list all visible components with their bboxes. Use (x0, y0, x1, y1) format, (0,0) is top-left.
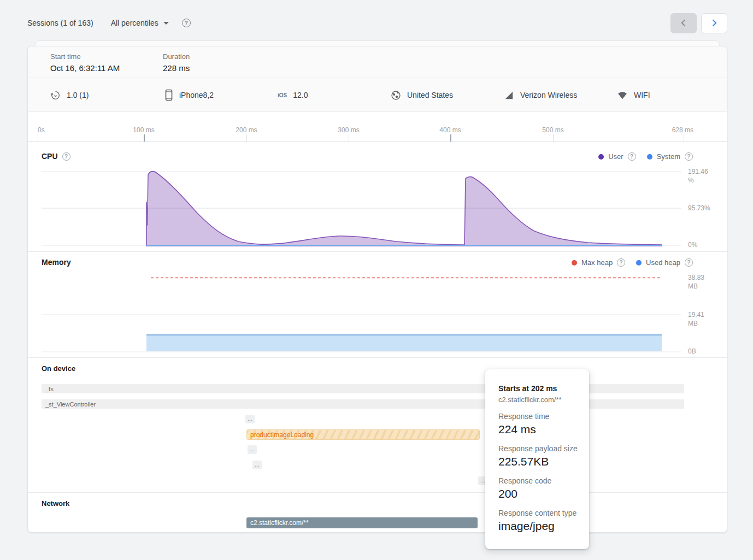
used-heap-legend-dot-icon (636, 260, 642, 266)
timeline-ruler[interactable]: 0s 100 ms 200 ms 300 ms 400 ms 500 ms 62… (28, 112, 727, 142)
trace-fs-label: _fs (45, 386, 54, 392)
content-type-label: Response content type (498, 509, 580, 517)
country-value: United States (407, 91, 453, 99)
response-time-value: 224 ms (498, 423, 580, 436)
start-time-field: Start time Oct 16, 6:32:11 AM (50, 52, 120, 73)
session-summary-header: Start time Oct 16, 6:32:11 AM Duration 2… (28, 46, 727, 78)
tooltip-url: c2.staticflickr.com/** (498, 396, 580, 404)
on-device-section-title: On device (42, 364, 75, 373)
memory-chart[interactable] (42, 276, 681, 353)
memory-legend-usedheap: Used heap ? (636, 258, 693, 267)
timeline-tick (349, 134, 349, 142)
response-code-value: 200 (498, 487, 580, 500)
start-time-value: Oct 16, 6:32:11 AM (50, 63, 120, 73)
timeline-tick (246, 134, 247, 142)
radio-value: WIFI (634, 91, 650, 99)
memory-title-text: Memory (42, 258, 71, 267)
used-heap-help-icon[interactable]: ? (685, 258, 693, 267)
cpu-section-title: CPU ? (42, 152, 70, 161)
timeline-tick (144, 134, 145, 142)
app-version-icon: v (50, 90, 61, 101)
device-model-value: iPhone8,2 (179, 91, 214, 99)
next-session-button[interactable] (701, 13, 727, 33)
svg-text:v: v (54, 93, 57, 98)
chevron-down-icon (163, 22, 169, 25)
cpu-legend: User ? System ? (593, 152, 693, 161)
memory-axis-zero: 0B (688, 347, 715, 356)
used-heap-legend-label: Used heap (646, 258, 680, 267)
system-legend-label: System (657, 152, 680, 161)
timeline-tick (553, 134, 554, 142)
chevron-left-icon (678, 17, 690, 29)
cpu-user-area (146, 172, 662, 246)
system-legend-dot-icon (647, 154, 652, 160)
duration-field: Duration 228 ms (163, 52, 190, 73)
section-divider (28, 251, 727, 252)
duration-label: Duration (163, 52, 190, 61)
payload-size-value: 225.57KB (498, 455, 580, 468)
cpu-chart[interactable] (42, 170, 681, 246)
memory-used-heap-area (146, 335, 662, 351)
session-toolbar: Sessions (1 of 163) All percentiles ? (27, 12, 727, 34)
signal-icon (504, 90, 514, 101)
timeline-tick-label: 628 ms (672, 126, 693, 134)
cpu-help-icon[interactable]: ? (62, 152, 70, 161)
collapsed-traces-chip[interactable]: ... (252, 461, 262, 469)
user-legend-dot-icon (598, 154, 604, 160)
tooltip-response-code: Response code 200 (498, 476, 580, 500)
device-model-item: iPhone8,2 (164, 78, 214, 112)
section-divider (28, 357, 727, 358)
app-version-item: v 1.0 (1) (50, 78, 89, 112)
cpu-axis-zero: 0% (688, 241, 715, 250)
cpu-title-text: CPU (42, 152, 58, 161)
cpu-axis-mid: 95.73% (688, 204, 715, 213)
tooltip-response-time: Response time 224 ms (498, 412, 580, 436)
timeline-tick (450, 134, 451, 142)
network-request-bar[interactable]: c2.staticflickr.com/** (246, 517, 478, 528)
percentile-dropdown[interactable]: All percentiles (111, 19, 169, 27)
memory-axis-mid: 19.41 MB (688, 311, 715, 328)
memory-legend-maxheap: Max heap ? (572, 258, 625, 267)
memory-section-title: Memory (42, 258, 71, 267)
device-attributes-row: v 1.0 (1) iPhone8,2 iOS 12.0 United Stat… (28, 78, 727, 112)
tooltip-start-time: Starts at 202 ms (498, 384, 580, 393)
timeline-tick (684, 134, 684, 142)
help-icon[interactable]: ? (182, 19, 191, 27)
ios-icon: iOS (278, 92, 287, 98)
timeline-tick-label: 200 ms (236, 126, 257, 134)
response-time-label: Response time (498, 412, 580, 421)
payload-size-label: Response payload size (498, 444, 580, 453)
percentile-dropdown-value: All percentiles (111, 19, 158, 27)
system-help-icon[interactable]: ? (685, 152, 693, 161)
os-version-value: 12.0 (293, 91, 308, 99)
response-code-label: Response code (498, 476, 580, 485)
chevron-right-icon (708, 17, 720, 29)
user-help-icon[interactable]: ? (628, 152, 636, 161)
collapsed-traces-chip[interactable]: ... (248, 445, 257, 454)
user-legend-label: User (608, 152, 623, 161)
max-heap-help-icon[interactable]: ? (617, 258, 625, 267)
wifi-icon (617, 90, 628, 101)
cpu-legend-system: System ? (647, 152, 693, 161)
product-image-loading-label: productImageLoading (250, 431, 314, 439)
timeline-tick-label: 0s (38, 126, 45, 134)
timeline-tick-label: 100 ms (133, 126, 154, 134)
memory-axis-max: 38.83 MB (688, 274, 715, 291)
trace-bar-product-image-loading[interactable]: productImageLoading (246, 429, 480, 440)
cpu-legend-user: User ? (598, 152, 636, 161)
smartphone-icon (164, 89, 173, 101)
section-divider (28, 492, 727, 493)
session-detail-card: Start time Oct 16, 6:32:11 AM Duration 2… (27, 46, 727, 533)
country-item: United States (391, 78, 453, 112)
collapsed-traces-chip[interactable]: ... (245, 415, 255, 423)
max-heap-legend-dot-icon (572, 260, 577, 266)
timeline-tick-label: 400 ms (439, 126, 461, 134)
previous-session-button[interactable] (670, 13, 697, 33)
session-pagination (670, 13, 727, 33)
network-request-tooltip: Starts at 202 ms c2.staticflickr.com/** … (485, 369, 589, 549)
content-type-value: image/jpeg (498, 520, 580, 533)
globe-icon (391, 90, 401, 101)
duration-value: 228 ms (163, 63, 190, 73)
timeline-tick (38, 134, 38, 142)
radio-item: WIFI (617, 78, 650, 112)
